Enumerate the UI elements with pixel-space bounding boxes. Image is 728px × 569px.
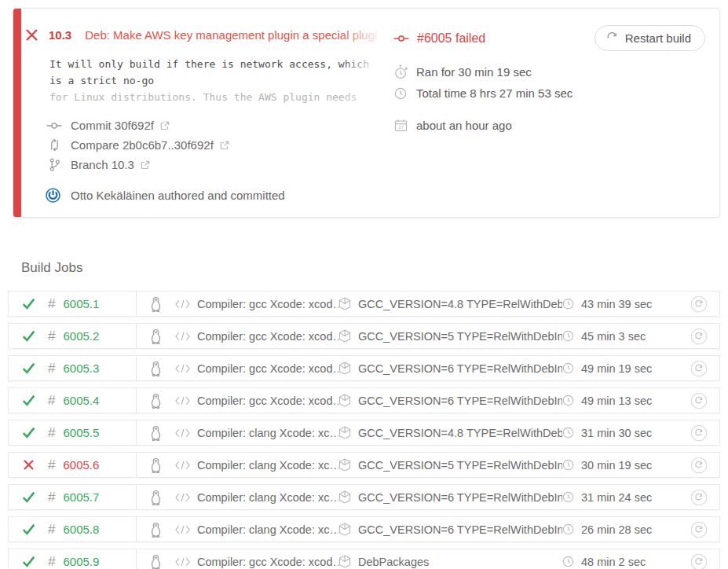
job-duration: 48 min 2 sec (581, 556, 646, 568)
job-compiler: Compiler: clang Xcode: xc… (197, 491, 338, 504)
package-cube-icon (338, 555, 351, 568)
check-icon (22, 491, 35, 503)
job-row[interactable]: # 6005.6 Compiler: clang Xcode: xc… GCC_… (8, 452, 720, 478)
linux-penguin-icon (137, 522, 175, 538)
git-branch-icon (46, 158, 62, 171)
code-icon (175, 364, 190, 373)
job-status-cell (9, 459, 48, 471)
code-icon (175, 396, 190, 406)
commit-title: Deb: Make AWS key management plugin a sp… (85, 28, 382, 42)
job-duration: 49 min 13 sec (581, 395, 652, 407)
build-jobs-title: Build Jobs (21, 260, 728, 276)
job-number[interactable]: 6005.7 (63, 490, 99, 504)
job-number[interactable]: 6005.8 (63, 523, 99, 536)
package-cube-icon (338, 329, 351, 343)
job-row[interactable]: # 6005.1 Compiler: gcc Xcode: xcod… GCC_… (8, 291, 720, 317)
author-line: Otto Kekäläinen authored and committed (71, 189, 285, 202)
job-restart-button[interactable] (679, 521, 719, 538)
job-duration: 30 min 19 sec (581, 459, 652, 472)
clock-icon (562, 427, 574, 439)
job-restart-button[interactable] (679, 553, 719, 569)
build-summary-card: 10.3 Deb: Make AWS key management plugin… (13, 8, 720, 218)
job-status-cell (9, 298, 48, 310)
job-restart-button[interactable] (679, 328, 719, 345)
failed-status-bar (13, 9, 21, 217)
hash-icon: # (48, 522, 55, 538)
job-row[interactable]: # 6005.3 Compiler: gcc Xcode: xcod… GCC_… (8, 355, 720, 381)
build-status-text: #6005 failed (417, 31, 485, 46)
package-cube-icon (338, 426, 351, 439)
check-icon (22, 298, 35, 310)
external-link-icon[interactable] (141, 160, 150, 170)
commit-link-row[interactable]: Commit 30f692f (46, 116, 382, 135)
job-number[interactable]: 6005.4 (63, 394, 99, 407)
svg-text:27: 27 (398, 125, 403, 130)
branch-label: Branch (71, 158, 108, 171)
check-icon (22, 523, 35, 535)
job-number[interactable]: 6005.9 (63, 555, 99, 568)
restart-build-button[interactable]: Restart build (594, 25, 705, 51)
compare-label: Compare (71, 138, 119, 152)
job-row[interactable]: # 6005.5 Compiler: clang Xcode: xc… GCC_… (8, 420, 720, 446)
external-link-icon[interactable] (220, 141, 229, 150)
job-number[interactable]: 6005.1 (63, 297, 99, 310)
job-number[interactable]: 6005.6 (63, 458, 99, 472)
ran-for-text: Ran for 30 min 19 sec (416, 65, 532, 79)
job-compiler: Compiler: gcc Xcode: xcod… (197, 556, 338, 568)
job-row[interactable]: # 6005.7 Compiler: clang Xcode: xc… GCC_… (8, 484, 720, 510)
code-icon (175, 557, 190, 567)
job-restart-button[interactable] (679, 392, 719, 409)
compare-link-row[interactable]: Compare 2b0c6b7..30f692f (46, 135, 382, 155)
job-env: GCC_VERSION=4.8 TYPE=RelWithDebIn… (358, 298, 562, 310)
job-number[interactable]: 6005.3 (63, 362, 99, 375)
linux-penguin-icon (137, 296, 175, 312)
job-row[interactable]: # 6005.9 Compiler: gcc Xcode: xcod… DebP… (8, 549, 720, 569)
compare-range[interactable]: 2b0c6b7..30f692f (123, 138, 214, 152)
linux-penguin-icon (137, 457, 175, 473)
job-number[interactable]: 6005.2 (63, 329, 99, 343)
branch-link-row[interactable]: Branch 10.3 (46, 155, 382, 174)
job-status-cell (9, 395, 48, 406)
package-cube-icon (338, 362, 351, 375)
job-row[interactable]: # 6005.2 Compiler: gcc Xcode: xcod… GCC_… (8, 323, 720, 349)
job-restart-button[interactable] (679, 424, 719, 442)
branch-name[interactable]: 10.3 (112, 158, 134, 171)
commit-sha[interactable]: 30f692f (115, 119, 154, 132)
code-icon (175, 332, 190, 341)
code-icon (175, 493, 190, 502)
job-status-cell (9, 523, 48, 535)
hash-icon: # (48, 361, 55, 376)
linux-penguin-icon (137, 361, 175, 376)
job-number[interactable]: 6005.5 (63, 426, 99, 439)
job-restart-button[interactable] (679, 489, 719, 506)
job-duration: 43 min 39 sec (581, 298, 652, 310)
calendar-icon: 27 (393, 119, 408, 132)
job-row[interactable]: # 6005.4 Compiler: gcc Xcode: xcod… GCC_… (8, 387, 720, 413)
job-compiler: Compiler: gcc Xcode: xcod… (197, 395, 338, 407)
hash-icon: # (48, 425, 55, 441)
job-restart-button[interactable] (679, 457, 719, 474)
total-time-text: Total time 8 hrs 27 min 53 sec (416, 86, 573, 100)
job-duration: 26 min 28 sec (581, 523, 652, 536)
code-icon (175, 299, 190, 309)
clock-icon (562, 556, 574, 567)
branch-version-label: 10.3 (49, 28, 71, 42)
ran-for-row: Ran for 30 min 19 sec (393, 64, 705, 79)
clock-icon (562, 362, 574, 374)
hash-icon: # (48, 554, 55, 569)
hash-icon: # (48, 490, 55, 505)
job-row[interactable]: # 6005.8 Compiler: clang Xcode: xc… GCC_… (8, 516, 720, 542)
job-restart-button[interactable] (679, 296, 719, 313)
total-time-row: Total time 8 hrs 27 min 53 sec (393, 86, 705, 100)
job-duration: 31 min 24 sec (581, 491, 652, 504)
job-restart-button[interactable] (679, 360, 719, 377)
job-env: GCC_VERSION=5 TYPE=RelWithDebInfo… (358, 459, 562, 472)
external-link-icon[interactable] (160, 121, 170, 130)
linux-penguin-icon (137, 329, 175, 344)
commit-message-line: for Linux distributions. Thus the AWS pl… (49, 89, 382, 105)
check-icon (22, 330, 35, 342)
clock-icon (562, 491, 574, 503)
stopwatch-icon (393, 64, 408, 79)
linux-penguin-icon (137, 490, 175, 505)
job-env: GCC_VERSION=6 TYPE=RelWithDebInfo… (358, 491, 562, 504)
